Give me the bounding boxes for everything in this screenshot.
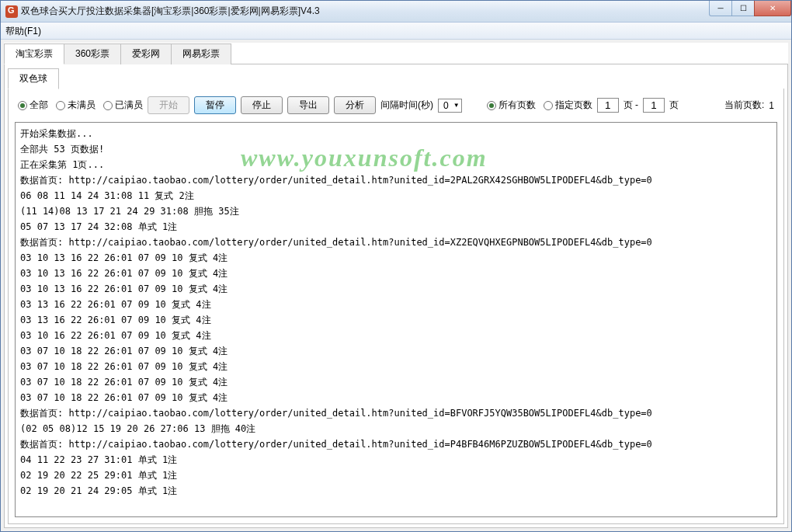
source-tabs: 淘宝彩票 360彩票 爱彩网 网易彩票 xyxy=(4,43,788,64)
interval-dropdown[interactable]: 0 xyxy=(438,99,462,113)
radio-label: 指定页数 xyxy=(555,99,592,112)
pause-button[interactable]: 暂停 xyxy=(194,96,236,114)
window-title: 双色球合买大厅投注数据采集器[淘宝彩票|360彩票|爱彩网|网易彩票]V4.3 xyxy=(21,5,710,18)
log-output[interactable]: 开始采集数据... 全部共 53 页数据! 正在采集第 1页... 数据首页: … xyxy=(15,122,777,517)
page-radios: 所有页数 指定页数 xyxy=(487,99,592,112)
tab-ssq[interactable]: 双色球 xyxy=(8,68,59,89)
tab-body: 双色球 全部 未满员 xyxy=(4,64,788,528)
stop-button[interactable]: 停止 xyxy=(241,96,283,114)
radio-allpages[interactable]: 所有页数 xyxy=(487,99,536,112)
analyze-button[interactable]: 分析 xyxy=(334,96,376,114)
radio-notfull[interactable]: 未满员 xyxy=(56,99,96,112)
radio-label: 全部 xyxy=(30,99,48,112)
filter-radios: 全部 未满员 已满员 xyxy=(18,99,143,112)
radio-icon xyxy=(56,101,65,110)
current-page-label: 当前页数: xyxy=(724,99,764,112)
minimize-button[interactable]: ─ xyxy=(709,1,732,16)
radio-icon xyxy=(18,101,27,110)
radio-icon xyxy=(487,101,496,110)
toolbar: 全部 未满员 已满员 开始 暂停 停止 导出 xyxy=(15,95,777,122)
app-icon xyxy=(5,5,18,18)
inner-body: 全部 未满员 已满员 开始 暂停 停止 导出 xyxy=(8,89,784,524)
current-page-value: 1 xyxy=(769,100,774,111)
lottery-tabs: 双色球 xyxy=(8,68,784,89)
maximize-button[interactable]: ☐ xyxy=(731,1,755,16)
start-button[interactable]: 开始 xyxy=(148,96,189,114)
menubar: 帮助(F1) xyxy=(1,23,791,40)
radio-label: 所有页数 xyxy=(498,99,536,112)
radio-icon xyxy=(103,101,113,110)
radio-icon xyxy=(544,101,553,110)
tab-360[interactable]: 360彩票 xyxy=(64,43,121,64)
page-to-input[interactable] xyxy=(643,98,665,113)
menu-help[interactable]: 帮助(F1) xyxy=(5,26,41,37)
tab-taobao[interactable]: 淘宝彩票 xyxy=(4,43,64,64)
radio-all[interactable]: 全部 xyxy=(18,99,48,112)
radio-label: 已满员 xyxy=(115,99,143,112)
radio-full[interactable]: 已满员 xyxy=(103,99,143,112)
app-window: 双色球合买大厅投注数据采集器[淘宝彩票|360彩票|爱彩网|网易彩票]V4.3 … xyxy=(0,0,792,532)
interval-label: 间隔时间(秒) xyxy=(380,99,433,112)
window-controls: ─ ☐ ✕ xyxy=(710,1,791,16)
interval-value: 0 xyxy=(443,100,449,111)
tab-aicai[interactable]: 爱彩网 xyxy=(120,43,172,64)
radio-specifypages[interactable]: 指定页数 xyxy=(544,99,592,112)
radio-label: 未满员 xyxy=(68,99,96,112)
close-button[interactable]: ✕ xyxy=(754,1,791,16)
content-area: 淘宝彩票 360彩票 爱彩网 网易彩票 双色球 全部 xyxy=(1,40,791,531)
export-button[interactable]: 导出 xyxy=(287,96,329,114)
page-from-input[interactable] xyxy=(597,98,619,113)
tab-netease[interactable]: 网易彩票 xyxy=(171,43,231,64)
titlebar[interactable]: 双色球合买大厅投注数据采集器[淘宝彩票|360彩票|爱彩网|网易彩票]V4.3 … xyxy=(1,1,791,23)
page-unit: 页 xyxy=(669,99,679,112)
page-sep: 页 - xyxy=(624,99,638,112)
